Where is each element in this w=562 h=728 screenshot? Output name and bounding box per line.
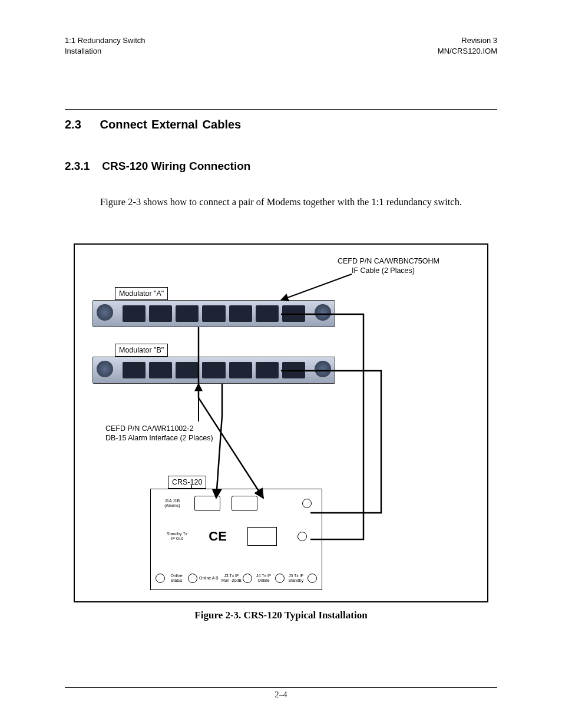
crs-port-j1a (194, 496, 220, 511)
figure-frame: CEFD P/N CA/WRBNC75OHM IF Cable (2 Place… (74, 243, 488, 602)
modulator-b-device (92, 357, 335, 384)
section-title: Connect External Cables (100, 118, 242, 131)
crs-bnc-3 (243, 574, 252, 583)
callout-modulator-a: Modulator "A" (115, 287, 168, 300)
header-right-line2: MN/CRS120.IOM (438, 46, 497, 57)
body-paragraph: Figure 2-3 shows how to connect a pair o… (100, 196, 497, 208)
figure-caption: Figure 2-3. CRS-120 Typical Installation (65, 610, 497, 621)
section-heading: 2.3 Connect External Cables (65, 118, 497, 131)
crs-online-ab-label: Online A B (197, 576, 220, 581)
page-header: 1:1 Redundancy Switch Installation Revis… (65, 35, 497, 56)
crs-bnc-4 (275, 574, 285, 583)
crs-bnc-2 (188, 574, 197, 583)
callout-alarm-line1: CEFD P/N CA/WR11002-2 (105, 424, 213, 433)
section-rule (65, 109, 497, 110)
crs-bnc-1 (156, 574, 165, 583)
callout-modulator-b: Modulator "B" (115, 344, 168, 357)
subsection-heading: 2.3.1 CRS-120 Wiring Connection (65, 160, 497, 173)
crs-online-status-label: Online Status (166, 574, 188, 582)
callout-if-cable-line2: IF Cable (2 Places) (338, 266, 439, 275)
footer-rule (65, 687, 497, 688)
header-left-line2: Installation (65, 46, 146, 57)
page-number: 2–4 (0, 690, 562, 700)
callout-alarm-interface: CEFD P/N CA/WR11002-2 DB-15 Alarm Interf… (102, 423, 217, 444)
crs-standby-out-label: Standby Tx IF Out (166, 532, 188, 541)
crs-j3-label: J3 Tx IF Mon -20dB (220, 574, 243, 582)
subsection-number: 2.3.1 (65, 160, 99, 173)
callout-if-cable: CEFD P/N CA/WRBNC75OHM IF Cable (2 Place… (334, 255, 443, 277)
header-left-line1: 1:1 Redundancy Switch (65, 35, 146, 46)
crs-bnc-5 (308, 574, 317, 583)
crs120-device: J1A J1B (Alarms) Standby Tx IF Out CE On… (150, 489, 322, 590)
svg-line-0 (281, 274, 352, 300)
crs-port-j1b (232, 496, 257, 511)
callout-if-cable-line1: CEFD P/N CA/WRBNC75OHM (338, 256, 439, 266)
crs-alarms-label: J1A J1B (Alarms) (161, 499, 183, 508)
crs-info-plate (247, 527, 277, 546)
callout-alarm-line2: DB-15 Alarm Interface (2 Places) (105, 433, 213, 443)
crs-j4-label: J4 Tx IF Online (253, 574, 275, 582)
header-right-line1: Revision 3 (438, 35, 497, 46)
crs-bnc-top (302, 499, 312, 508)
crs-j5-label: J5 Tx IF Standby (285, 574, 307, 582)
subsection-title: CRS-120 Wiring Connection (102, 160, 250, 172)
section-number: 2.3 (65, 118, 95, 131)
callout-crs120: CRS-120 (168, 476, 206, 489)
modulator-a-device (92, 300, 335, 327)
crs-bnc-mid (297, 532, 307, 541)
ce-mark-icon: CE (209, 529, 227, 544)
